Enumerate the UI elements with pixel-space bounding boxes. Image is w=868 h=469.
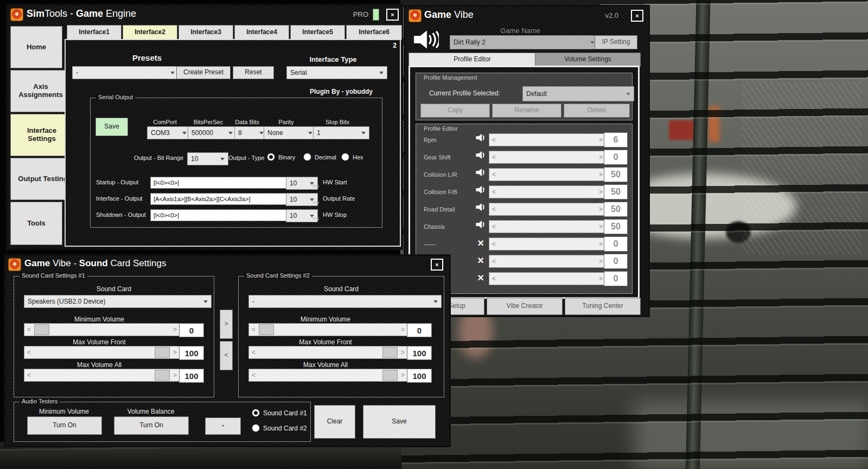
max-volume-all-slider-2[interactable]: <> xyxy=(248,369,408,382)
sidebar-item-axis-assignments[interactable]: Axis Assignments xyxy=(10,70,71,112)
slider-arrow-left[interactable]: < xyxy=(27,349,31,356)
shutdown-output-input[interactable]: [I<0><0>] xyxy=(150,209,289,221)
close-icon[interactable]: × xyxy=(431,259,443,271)
soundcard1-dropdown[interactable]: Speakers (USB2.0 Device) xyxy=(24,295,212,308)
speaker-icon[interactable] xyxy=(474,220,488,229)
slider-arrow-right[interactable]: > xyxy=(599,258,603,265)
radio-sound-card-2[interactable]: Sound Card #2 xyxy=(252,424,307,432)
extra-slider-2[interactable]: <> xyxy=(489,255,606,268)
min-volume-slider-2[interactable]: <> xyxy=(248,323,408,336)
comport-dropdown[interactable]: COM3 xyxy=(147,126,190,139)
extra-slider-1[interactable]: <> xyxy=(489,237,606,250)
speaker-icon[interactable] xyxy=(474,133,488,142)
slider-arrow-right[interactable]: > xyxy=(401,371,405,379)
x-icon[interactable]: × xyxy=(474,272,488,283)
road-detail-slider[interactable]: <> xyxy=(489,203,606,216)
max-volume-front-slider[interactable]: <> xyxy=(24,346,180,359)
stopbits-dropdown[interactable]: 1 xyxy=(313,126,369,139)
copy-right-button[interactable]: > xyxy=(220,310,233,339)
tab-interface3[interactable]: Interface3 xyxy=(178,25,233,40)
slider-arrow-left[interactable]: < xyxy=(492,258,496,265)
slider-arrow-left[interactable]: < xyxy=(252,349,256,356)
radio-hex[interactable]: Hex xyxy=(341,153,363,161)
speaker-icon[interactable] xyxy=(474,151,488,159)
copy-left-button[interactable]: < xyxy=(220,341,233,370)
slider-thumb[interactable] xyxy=(155,347,170,358)
presets-dropdown[interactable]: - xyxy=(72,66,178,79)
startup-output-input[interactable]: [I<0><0>] xyxy=(150,177,289,189)
game-name-dropdown[interactable]: Dirt Rally 2 xyxy=(450,35,598,49)
slider-arrow-left[interactable]: < xyxy=(492,188,496,196)
vibe-creator-button[interactable]: Vibe Creator xyxy=(487,298,563,315)
slider-arrow-right[interactable]: > xyxy=(173,349,177,356)
mute-speaker-button[interactable] xyxy=(409,24,443,55)
slider-arrow-right[interactable]: > xyxy=(599,136,603,144)
reset-button[interactable]: Reset xyxy=(233,66,274,79)
sidebar-item-home[interactable]: Home xyxy=(10,26,62,68)
rename-button[interactable]: Rename xyxy=(492,104,561,118)
slider-arrow-right[interactable]: > xyxy=(173,371,177,379)
close-icon[interactable]: × xyxy=(631,10,643,22)
collision-lr-slider[interactable]: <> xyxy=(489,168,606,181)
tab-interface4[interactable]: Interface4 xyxy=(234,25,289,40)
slider-arrow-left[interactable]: < xyxy=(492,223,496,230)
radio-sound-card-1[interactable]: Sound Card #1 xyxy=(252,409,307,417)
slider-thumb[interactable] xyxy=(259,324,274,335)
interface-output-input[interactable]: [A<Axis1a>][B<Axis2a>][C<Axis3a>] xyxy=(150,193,289,205)
slider-arrow-right[interactable]: > xyxy=(173,326,177,333)
slider-arrow-left[interactable]: < xyxy=(27,371,31,379)
save-button[interactable]: Save xyxy=(95,118,128,136)
slider-arrow-left[interactable]: < xyxy=(492,136,496,144)
slider-arrow-left[interactable]: < xyxy=(27,326,31,333)
slider-arrow-left[interactable]: < xyxy=(252,326,256,333)
slider-arrow-right[interactable]: > xyxy=(599,153,603,161)
speaker-icon[interactable] xyxy=(474,168,488,177)
slider-arrow-right[interactable]: > xyxy=(599,223,603,230)
ip-setting-button[interactable]: IP Setting xyxy=(595,35,637,49)
slider-arrow-right[interactable]: > xyxy=(599,188,603,196)
soundcard2-dropdown[interactable]: - xyxy=(248,295,442,308)
slider-arrow-left[interactable]: < xyxy=(492,240,496,248)
save-button[interactable]: Save xyxy=(363,405,436,439)
max-volume-all-slider[interactable]: <> xyxy=(24,369,180,382)
close-icon[interactable]: × xyxy=(386,9,399,21)
slider-arrow-left[interactable]: < xyxy=(492,153,496,161)
radio-decimal[interactable]: Decimal xyxy=(303,153,336,161)
extra-slider-3[interactable]: <> xyxy=(489,272,606,285)
delete-button[interactable]: Delete xyxy=(564,104,630,118)
slider-arrow-right[interactable]: > xyxy=(599,205,603,213)
slider-thumb[interactable] xyxy=(34,324,49,335)
slider-arrow-left[interactable]: < xyxy=(492,275,496,282)
soundcard-titlebar[interactable]: Game Vibe - Sound Card Settings × xyxy=(5,255,450,273)
collision-fb-slider[interactable]: <> xyxy=(489,185,606,198)
radio-binary[interactable]: Binary xyxy=(267,153,295,161)
min-volume-slider[interactable]: <> xyxy=(24,323,180,336)
copy-button[interactable]: Copy xyxy=(420,104,490,118)
current-profile-dropdown[interactable]: Default xyxy=(522,86,634,101)
databits-dropdown[interactable]: 8 xyxy=(234,126,267,139)
rpm-slider[interactable]: <> xyxy=(489,133,606,146)
slider-arrow-left[interactable]: < xyxy=(492,205,496,213)
gear-shift-slider[interactable]: <> xyxy=(489,151,606,164)
slider-arrow-right[interactable]: > xyxy=(599,240,603,248)
tab-interface2[interactable]: Interface2 xyxy=(123,25,177,40)
simtools-titlebar[interactable]: SimTools - Game Engine PRO × xyxy=(7,5,402,23)
bit-range-dropdown[interactable]: 10 xyxy=(187,152,228,165)
chassis-slider[interactable]: <> xyxy=(489,220,606,233)
interface-type-dropdown[interactable]: Serial xyxy=(286,66,387,79)
tab-interface1[interactable]: Interface1 xyxy=(67,25,122,40)
tab-interface6[interactable]: Interface6 xyxy=(346,25,402,40)
slider-arrow-left[interactable]: < xyxy=(252,371,256,379)
speaker-icon[interactable] xyxy=(474,203,488,211)
x-icon[interactable]: × xyxy=(474,255,488,266)
turn-on-min-volume-button[interactable]: Turn On xyxy=(27,416,102,435)
minus-button[interactable]: - xyxy=(205,417,241,435)
slider-thumb[interactable] xyxy=(155,370,170,381)
gamevibe-titlebar[interactable]: Game Vibe v2.0 × xyxy=(405,6,649,24)
slider-arrow-right[interactable]: > xyxy=(401,326,405,333)
turn-on-volume-balance-button[interactable]: Turn On xyxy=(114,416,189,435)
slider-arrow-right[interactable]: > xyxy=(599,171,603,178)
slider-thumb[interactable] xyxy=(382,347,398,358)
parity-dropdown[interactable]: None xyxy=(264,126,316,139)
speaker-icon[interactable] xyxy=(474,185,488,194)
